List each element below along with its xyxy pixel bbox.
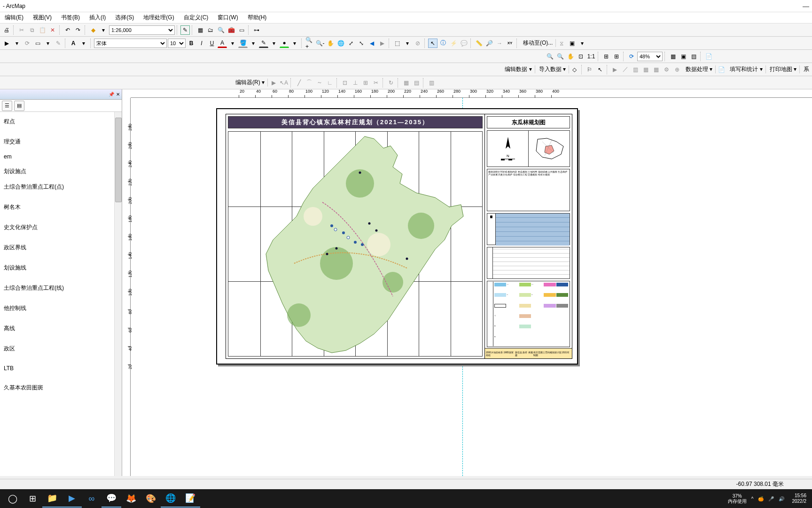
dropdown-icon[interactable]: ▾: [99, 25, 108, 35]
chart-icon[interactable]: ▥: [631, 65, 640, 74]
video-app-icon[interactable]: ▶: [62, 490, 82, 508]
focus-data-frame-icon[interactable]: ▣: [679, 52, 688, 61]
file-explorer-icon[interactable]: 📁: [42, 490, 62, 508]
tray-chevron-icon[interactable]: ^: [751, 496, 754, 501]
map-data-frame[interactable]: [228, 131, 483, 357]
dropdown-icon[interactable]: ▾: [43, 39, 53, 48]
rectangle-icon[interactable]: ▭: [33, 39, 42, 48]
line-tool-icon[interactable]: ／: [621, 65, 630, 74]
select-icon[interactable]: ↖: [428, 39, 437, 48]
close-toc-icon[interactable]: ✕: [116, 92, 120, 97]
change-layout-icon[interactable]: ▤: [689, 52, 698, 61]
diamond-icon[interactable]: ◇: [570, 65, 579, 74]
pin-icon[interactable]: 📌: [109, 92, 114, 97]
zoom-out-layout-icon[interactable]: 🔍: [555, 52, 565, 61]
rotate-tool-icon[interactable]: ↻: [386, 78, 396, 87]
edit-vertices-icon[interactable]: ✎: [54, 39, 63, 48]
firefox-icon[interactable]: 🦊: [121, 490, 141, 508]
print-map-menu[interactable]: 打印地图 ▾: [767, 65, 800, 73]
toc-layer[interactable]: 史文化保护点: [1, 220, 121, 235]
play-icon[interactable]: ▶: [610, 65, 620, 74]
back-icon[interactable]: ◀: [367, 39, 376, 48]
cut-icon[interactable]: ✂: [17, 25, 26, 35]
scale-select[interactable]: 1:26,000: [109, 25, 175, 35]
goto-xy-icon[interactable]: XY: [505, 39, 515, 48]
font-size-select[interactable]: 10: [168, 39, 186, 48]
toc-layer[interactable]: 树名木: [1, 199, 121, 215]
time-slider-icon[interactable]: ⧖: [557, 39, 566, 48]
select-features-icon[interactable]: ⬚: [392, 39, 402, 48]
layout-view[interactable]: 2040608010012014016018020022024026028030…: [122, 89, 812, 476]
right-angle-icon[interactable]: ∟: [325, 78, 335, 87]
menu-bookmarks[interactable]: 书签(B): [58, 13, 83, 23]
list-by-source-icon[interactable]: ▤: [14, 101, 24, 111]
toggle-draft-icon[interactable]: ▦: [668, 52, 678, 61]
underline-icon[interactable]: U: [207, 39, 217, 48]
fixed-zoom-out-icon[interactable]: ⤡: [357, 39, 366, 48]
catalog-icon[interactable]: 🗂: [206, 25, 215, 35]
create-viewer-icon[interactable]: ▣: [567, 39, 577, 48]
tray-volume-icon[interactable]: 🔊: [779, 496, 784, 501]
tray-mic-icon[interactable]: 🎤: [768, 496, 774, 501]
dropdown-icon[interactable]: ▾: [79, 39, 88, 48]
minimize-button[interactable]: —: [803, 2, 809, 10]
toc-layer[interactable]: 划设施线: [1, 260, 121, 276]
notepad-icon[interactable]: 📝: [180, 490, 200, 508]
misc-icon[interactable]: ⊕: [672, 65, 682, 74]
toc-layer[interactable]: 政区界线: [1, 240, 121, 255]
toc-layer[interactable]: 土综合整治重点工程(点): [1, 179, 121, 195]
move-to-button[interactable]: 移动至(O)...: [520, 39, 556, 47]
clear-selection-icon[interactable]: ⊘: [413, 39, 422, 48]
edit-tool-icon[interactable]: ▶: [269, 78, 278, 87]
toc-layer[interactable]: 划设施点: [1, 164, 121, 179]
menu-window[interactable]: 窗口(W): [215, 13, 241, 23]
data-processing-menu[interactable]: 数据处理 ▾: [683, 65, 716, 73]
attributes-icon[interactable]: ▦: [401, 78, 411, 87]
tray-app-icon[interactable]: 🍊: [758, 496, 764, 501]
menu-geoprocessing[interactable]: 地理处理(G): [141, 13, 177, 23]
dropdown-icon[interactable]: ▾: [290, 39, 299, 48]
redo-icon[interactable]: ↷: [73, 25, 83, 35]
dropdown-icon[interactable]: ▾: [249, 39, 258, 48]
dropdown-icon[interactable]: ▾: [269, 39, 279, 48]
grid2-icon[interactable]: ▦: [652, 65, 661, 74]
find-icon[interactable]: 🔎: [484, 39, 494, 48]
dropdown-icon[interactable]: ▾: [228, 39, 237, 48]
straight-segment-icon[interactable]: ╱: [294, 78, 304, 87]
marker-color-icon[interactable]: ●: [280, 39, 289, 48]
full-extent-icon[interactable]: 🌐: [336, 39, 345, 48]
menu-select[interactable]: 选择(S): [112, 13, 137, 23]
fill-color-icon[interactable]: 🪣: [238, 39, 248, 48]
line-color-icon[interactable]: ✎: [259, 39, 268, 48]
grid-icon[interactable]: ▦: [641, 65, 651, 74]
zoom-percent-select[interactable]: 48%: [637, 52, 663, 61]
dropdown-icon[interactable]: ▾: [578, 39, 587, 48]
fixed-zoom-in-icon[interactable]: ⤢: [346, 39, 356, 48]
font-color-icon[interactable]: A: [218, 39, 227, 48]
zoom-whole-page-icon[interactable]: ⊡: [576, 52, 586, 61]
refresh-icon[interactable]: ⟳: [627, 52, 636, 61]
toc-icon[interactable]: ▦: [195, 25, 205, 35]
menu-view[interactable]: 视图(V): [30, 13, 55, 23]
select-elements-icon[interactable]: ▶: [2, 39, 11, 48]
search-icon[interactable]: 🔍: [216, 25, 226, 35]
paste-icon[interactable]: 📋: [38, 25, 47, 35]
go-back-extent-icon[interactable]: ⊞: [601, 52, 611, 61]
bold-icon[interactable]: B: [187, 39, 196, 48]
find-route-icon[interactable]: →: [495, 39, 504, 48]
layout-page[interactable]: 美信县背心镇东瓜林村庄规划（2021—2035）: [216, 108, 578, 365]
toc-layer[interactable]: LTB: [1, 361, 121, 375]
go-forward-extent-icon[interactable]: ⊞: [612, 52, 621, 61]
hyperlink-icon[interactable]: ⚡: [449, 39, 458, 48]
zoom-in-layout-icon[interactable]: 🔍: [545, 52, 554, 61]
undo-icon[interactable]: ↶: [63, 25, 72, 35]
toc-scrollbar[interactable]: [114, 112, 122, 476]
clock-time[interactable]: 15:56: [792, 493, 806, 499]
italic-icon[interactable]: I: [197, 39, 206, 48]
pan-layout-icon[interactable]: ✋: [566, 52, 575, 61]
toc-layer-list[interactable]: 程点 理交通 em 划设施点 土综合整治重点工程(点) 树名木 史文化保护点 政…: [0, 112, 122, 476]
toolbox-icon[interactable]: 🧰: [226, 25, 236, 35]
zoom-in-icon[interactable]: 🔍+: [305, 39, 314, 48]
toc-layer[interactable]: em: [1, 150, 121, 164]
task-view-icon[interactable]: ⊞: [23, 490, 42, 508]
